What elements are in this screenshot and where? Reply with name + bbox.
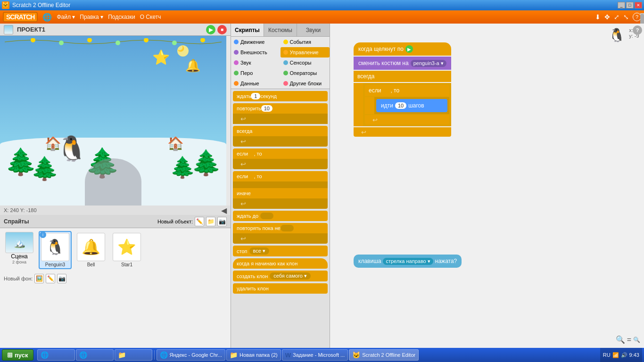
sprite-item-star[interactable]: ⭐ Star1 xyxy=(110,231,143,269)
block-stop[interactable]: стоп все ▾ xyxy=(233,246,328,256)
taskbar-item-chrome[interactable]: 🌐 Яндекс - Google Chr... xyxy=(157,349,226,361)
cat-more-blocks[interactable]: Другие блоки xyxy=(281,78,330,89)
cat-data[interactable]: Данные xyxy=(231,78,281,89)
sprite-item-penguin[interactable]: i 🐧 Penguin3 xyxy=(39,231,72,269)
block-when-flag-clicked[interactable]: когда щелкнут по ▶ xyxy=(354,42,451,56)
block-if-else[interactable]: если , то xyxy=(233,171,328,181)
block-set-costume[interactable]: сменить костюм на penguin3-a ▾ xyxy=(354,57,451,70)
project-name[interactable]: ПРОЕКТ1 xyxy=(17,26,202,33)
block-repeat-until[interactable]: повторять пока не xyxy=(233,223,328,233)
new-bg-paint[interactable]: ✏️ xyxy=(46,274,55,283)
taskbar-item-word[interactable]: W Задание - Microsoft ... xyxy=(282,349,348,361)
star-sprite[interactable]: ⭐ xyxy=(152,49,170,66)
cat-sound[interactable]: Звук xyxy=(231,58,281,68)
zoom-reset-icon[interactable]: = xyxy=(627,336,631,344)
stage-canvas[interactable]: 🌙 🌲 🌲 🌲 🌲 🏠 🏠 🌲 ⭐ 🔔 🐧 xyxy=(0,36,226,206)
menu-about[interactable]: О Скетч xyxy=(140,14,161,20)
green-flag-button[interactable]: ▶ xyxy=(206,25,215,34)
menu-file[interactable]: Файл ▾ xyxy=(57,14,75,20)
block-else[interactable]: иначе xyxy=(233,188,328,198)
scripts-area[interactable]: когда щелкнут по ▶ сменить костюм на pen… xyxy=(330,24,644,348)
new-bg-camera[interactable]: 📷 xyxy=(57,274,66,283)
menu-hints[interactable]: Подсказки xyxy=(108,14,135,20)
new-sprite-upload[interactable]: 📁 xyxy=(206,217,215,226)
block-wait-input[interactable]: 1 xyxy=(251,93,260,99)
bell-sprite[interactable]: 🔔 xyxy=(185,58,200,73)
scene-item[interactable]: 🏔️ Сцена 2 фона xyxy=(3,231,36,269)
block-wait[interactable]: ждать 1 секунд xyxy=(233,91,328,101)
cat-pen[interactable]: Перо xyxy=(231,68,281,78)
stop-button[interactable]: ■ xyxy=(217,25,227,34)
resize-handle[interactable]: ◀ xyxy=(221,206,227,215)
new-sprite-camera[interactable]: 📷 xyxy=(217,217,227,226)
block-repeat-bottom: ↩ xyxy=(233,114,328,124)
menu-edit[interactable]: Правка ▾ xyxy=(80,14,103,20)
cat-dot-more xyxy=(283,81,288,86)
close-button[interactable]: ✕ xyxy=(635,2,642,8)
cat-control[interactable]: Управление xyxy=(281,47,330,58)
lang-indicator[interactable]: RU xyxy=(603,352,611,358)
scene-sub: 2 фона xyxy=(12,260,26,264)
block-forever-top[interactable]: всегда xyxy=(354,71,451,82)
toolbar-icons: ⬇ ✥ ⤢ ⤡ ? xyxy=(595,13,641,21)
zoom-in-icon[interactable]: 🔍 xyxy=(616,335,625,344)
block-clone-dropdown[interactable]: себя самого ▾ xyxy=(270,272,311,280)
cat-sensing[interactable]: Сенсоры xyxy=(281,58,330,68)
costume-dropdown[interactable]: penguin3-a ▾ xyxy=(411,60,446,67)
block-create-clone[interactable]: создать клон себя самого ▾ xyxy=(233,271,328,281)
zoom-out-icon[interactable]: 🔍 xyxy=(633,337,640,343)
block-key-pressed[interactable]: клавиша стрелка направо ▾ нажата? xyxy=(354,255,462,268)
sprites-header: Спрайты Новый объект: ✏️ 📁 📷 xyxy=(0,215,231,228)
block-repeat-input[interactable]: 10 xyxy=(261,105,272,112)
tab-scripts[interactable]: Скрипты xyxy=(231,24,264,36)
folder2-icon: 📁 xyxy=(230,351,238,359)
block-if-inner-top[interactable]: если , то xyxy=(365,85,449,96)
sprite-item-bell[interactable]: 🔔 Bell xyxy=(74,231,107,269)
key-dropdown[interactable]: стрелка направо ▾ xyxy=(383,258,433,265)
block-repeat[interactable]: повторить 10 xyxy=(233,103,328,114)
cat-events[interactable]: События xyxy=(281,37,330,47)
block-when-clone[interactable]: когда я начинаю как клон xyxy=(233,258,328,269)
tab-sounds[interactable]: Звуки xyxy=(297,24,330,36)
taskbar-item-scratch[interactable]: 🐱 Scratch 2 Offline Editor xyxy=(349,349,419,361)
globe-icon[interactable]: 🌐 xyxy=(42,13,52,22)
volume-icon[interactable]: 🔊 xyxy=(621,352,627,358)
taskbar-item-browser1[interactable]: 🌐 xyxy=(37,349,75,361)
window-controls[interactable]: _ □ ✕ xyxy=(618,2,642,8)
taskbar-item-folder[interactable]: 📁 Новая папка (2) xyxy=(226,349,281,361)
block-move-steps[interactable]: идти 10 шагов xyxy=(376,99,447,112)
svg-point-1 xyxy=(59,41,64,45)
cat-movement[interactable]: Движение xyxy=(231,37,281,47)
block-if[interactable]: если , то xyxy=(233,148,328,159)
block-forever[interactable]: всегда xyxy=(233,126,328,136)
block-wait-until[interactable]: ждать до xyxy=(233,211,328,221)
cat-looks[interactable]: Внешность xyxy=(231,47,281,58)
if-inner: идти 10 шагов xyxy=(374,97,449,114)
steps-input[interactable]: 10 xyxy=(395,102,406,109)
download-icon[interactable]: ⬇ xyxy=(595,13,601,21)
new-background-label: Новый фон: xyxy=(4,276,33,281)
taskbar-word-label: Задание - Microsoft ... xyxy=(293,352,345,358)
taskbar-item-ie[interactable]: 🌐 xyxy=(76,349,114,361)
sprite-thumb-star: ⭐ xyxy=(113,233,141,261)
maximize-button[interactable]: □ xyxy=(626,2,634,8)
expand-icon[interactable]: ⤢ xyxy=(614,13,619,21)
block-stop-dropdown[interactable]: все ▾ xyxy=(249,247,269,255)
sprite-thumb-penguin: i 🐧 xyxy=(41,233,69,261)
start-button[interactable]: ⊞ пуск xyxy=(2,349,33,361)
info-badge[interactable]: i xyxy=(40,231,46,238)
menubar: SCRATCH 🌐 Файл ▾ Правка ▾ Подсказки О Ск… xyxy=(0,10,644,24)
penguin-sprite[interactable]: 🐧 xyxy=(57,134,87,163)
new-bg-image[interactable]: 🖼️ xyxy=(34,274,44,283)
block-delete-clone[interactable]: удалить клон xyxy=(233,283,328,294)
cat-operators[interactable]: Операторы xyxy=(281,68,330,78)
clock: 9:43 xyxy=(629,352,639,358)
tab-costumes[interactable]: Костюмы xyxy=(264,24,297,36)
new-sprite-paint[interactable]: ✏️ xyxy=(195,217,204,226)
help-button-scripts[interactable]: ? xyxy=(633,25,642,35)
taskbar-item-explorer[interactable]: 📁 xyxy=(115,349,152,361)
scripts-canvas[interactable]: когда щелкнут по ▶ сменить костюм на pen… xyxy=(330,24,644,348)
shrink-icon[interactable]: ⤡ xyxy=(623,13,629,21)
fullscreen-icon[interactable]: ✥ xyxy=(604,13,610,21)
minimize-button[interactable]: _ xyxy=(618,2,625,8)
